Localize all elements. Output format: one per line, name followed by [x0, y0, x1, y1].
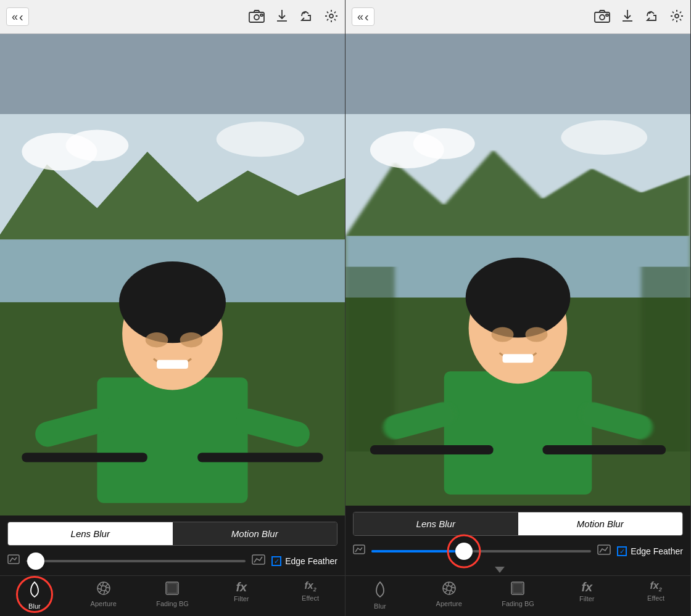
right-back-buttons[interactable]: « ‹: [352, 7, 374, 26]
right-edge-feather-checkbox[interactable]: [617, 546, 627, 556]
svg-rect-44: [503, 354, 534, 363]
right-grey-top: [346, 34, 690, 114]
right-slider-row: Edge Feather: [353, 542, 683, 561]
motion-blur-btn[interactable]: Motion Blur: [173, 522, 337, 545]
svg-point-55: [447, 586, 452, 591]
right-slider-max-icon: [597, 544, 611, 558]
svg-rect-30: [606, 14, 608, 16]
svg-point-29: [600, 15, 605, 20]
right-nav-filter-label: Filter: [579, 595, 594, 602]
left-blur-selector[interactable]: Lens Blur Motion Blur: [7, 522, 337, 546]
svg-point-12: [146, 332, 168, 347]
left-edge-feather-checkbox[interactable]: [271, 556, 281, 566]
download-icon[interactable]: [276, 9, 288, 25]
right-motion-blur-btn[interactable]: Motion Blur: [518, 512, 683, 535]
right-download-icon[interactable]: [621, 9, 634, 25]
left-bottom-controls: Lens Blur Motion Blur E: [0, 515, 345, 575]
right-nav-effect[interactable]: fx2 Effect: [621, 581, 690, 610]
left-nav-fading-label: Fading BG: [156, 600, 189, 607]
left-grey-top: [0, 34, 345, 114]
right-nav-blur[interactable]: Blur: [346, 581, 415, 610]
right-slider-min-icon: [353, 544, 365, 558]
left-nav-fading[interactable]: Fading BG: [138, 581, 207, 610]
left-nav-aperture[interactable]: Aperture: [69, 581, 138, 610]
left-nav-blur-label: Blur: [28, 602, 41, 610]
right-share-icon[interactable]: [645, 9, 658, 25]
svg-rect-48: [542, 445, 666, 454]
left-back-buttons[interactable]: « ‹: [6, 7, 29, 26]
double-back-icon[interactable]: «: [12, 11, 17, 22]
back-icon[interactable]: ‹: [19, 10, 23, 23]
svg-rect-2: [260, 14, 263, 16]
left-nav-aperture-label: Aperture: [91, 600, 117, 607]
right-nav-aperture[interactable]: Aperture: [415, 581, 484, 610]
svg-point-42: [492, 327, 514, 342]
left-nav-filter[interactable]: fx Filter: [207, 581, 276, 610]
left-slider-row: Edge Feather: [7, 552, 337, 570]
right-blur-selector[interactable]: Lens Blur Motion Blur: [353, 512, 683, 536]
right-toolbar: « ‹: [346, 0, 690, 34]
right-triangle-indicator: [353, 565, 683, 575]
svg-point-3: [329, 14, 333, 18]
right-lens-blur-btn[interactable]: Lens Blur: [354, 512, 518, 535]
right-edge-feather: Edge Feather: [617, 546, 683, 556]
right-slider-fill: [371, 550, 464, 552]
right-photo-area: [346, 34, 690, 506]
right-fading-icon: [510, 581, 525, 598]
left-photo: [0, 114, 345, 515]
svg-point-21: [217, 121, 304, 157]
svg-rect-18: [197, 453, 323, 462]
right-panel: « ‹: [346, 0, 691, 616]
right-nav-aperture-label: Aperture: [436, 600, 462, 607]
svg-point-50: [413, 128, 475, 159]
left-nav-blur[interactable]: Blur: [0, 581, 69, 610]
svg-rect-27: [167, 583, 177, 593]
lens-blur-btn[interactable]: Lens Blur: [8, 522, 173, 545]
svg-point-41: [466, 258, 571, 338]
aperture-icon: [96, 581, 111, 598]
left-slider-thumb[interactable]: [27, 552, 44, 570]
right-double-back-icon[interactable]: «: [357, 11, 362, 22]
left-edge-feather: Edge Feather: [271, 556, 337, 566]
left-nav-effect[interactable]: fx2 Effect: [276, 581, 345, 610]
svg-point-13: [180, 332, 203, 347]
svg-point-25: [101, 586, 106, 591]
right-toolbar-right: [594, 9, 684, 25]
settings-icon[interactable]: [324, 9, 339, 25]
svg-rect-9: [97, 377, 247, 503]
effect-icon: fx2: [304, 581, 316, 593]
left-slider-track[interactable]: [26, 560, 246, 562]
camera-icon[interactable]: [249, 9, 265, 25]
right-slider-thumb[interactable]: [455, 543, 473, 560]
left-panel: « ‹: [0, 0, 346, 616]
left-nav-effect-label: Effect: [302, 594, 319, 602]
blur-icon: [27, 581, 42, 601]
left-toolbar-right: [249, 9, 339, 25]
svg-point-51: [561, 120, 647, 155]
right-nav-effect-label: Effect: [647, 594, 664, 602]
right-filter-icon: fx: [581, 581, 592, 593]
svg-rect-57: [513, 583, 523, 593]
svg-point-43: [525, 327, 547, 342]
svg-rect-47: [370, 445, 494, 454]
svg-rect-39: [444, 371, 592, 495]
fading-icon: [165, 581, 180, 598]
triangle-arrow: [495, 567, 505, 573]
right-back-icon[interactable]: ‹: [365, 10, 369, 23]
left-nav-filter-label: Filter: [234, 595, 249, 602]
right-effect-icon: fx2: [650, 581, 661, 593]
svg-point-31: [675, 14, 679, 18]
share-icon[interactable]: [299, 9, 313, 25]
right-slider-track[interactable]: [371, 550, 591, 552]
left-bottom-nav: Blur Aperture Fading BG fx: [0, 575, 345, 616]
right-nav-blur-label: Blur: [374, 602, 386, 610]
right-bottom-nav: Blur Aperture Fading BG fx: [346, 575, 690, 616]
svg-point-11: [119, 261, 226, 343]
left-edge-feather-label: Edge Feather: [285, 556, 337, 566]
right-nav-fading[interactable]: Fading BG: [484, 581, 553, 610]
right-blur-icon: [373, 581, 387, 601]
right-camera-icon[interactable]: [594, 9, 610, 25]
right-settings-icon[interactable]: [669, 9, 684, 25]
right-nav-filter[interactable]: fx Filter: [552, 581, 621, 610]
left-photo-area: [0, 34, 345, 515]
